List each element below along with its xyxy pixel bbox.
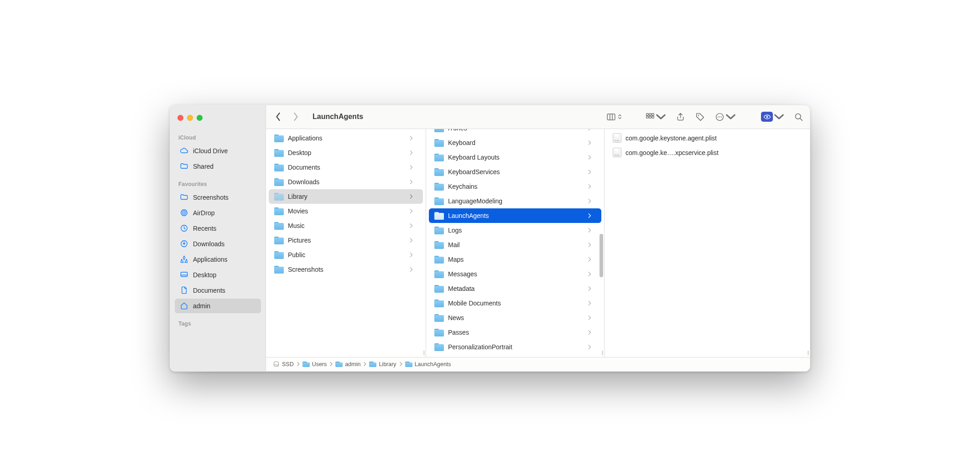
sidebar-item-applications[interactable]: Applications (175, 252, 261, 267)
file-row[interactable]: Public (269, 248, 423, 262)
sidebar-item-shared[interactable]: Shared (175, 159, 261, 174)
sidebar-item-label: Documents (193, 287, 225, 294)
file-row[interactable]: com.google.ke….xpcservice.plist (607, 145, 807, 160)
sidebar-item-recents[interactable]: Recents (175, 221, 261, 236)
chevron-right-icon (588, 213, 591, 218)
view-columns-button[interactable] (606, 112, 622, 122)
file-row[interactable]: com.google.keystone.agent.plist (607, 131, 807, 145)
sidebar-item-downloads[interactable]: Downloads (175, 237, 261, 251)
file-row[interactable]: PersonalizationPortrait (429, 340, 601, 354)
file-label: Logs (448, 227, 584, 234)
chevron-right-icon (588, 330, 591, 335)
file-row[interactable]: Keychains (429, 179, 601, 194)
column-1[interactable]: iTunesKeyboardKeyboard LayoutsKeyboardSe… (426, 129, 605, 357)
window-title: LaunchAgents (313, 113, 363, 121)
path-separator-icon (399, 361, 402, 367)
file-row[interactable]: Documents (269, 160, 423, 175)
column-resize-handle[interactable]: || (602, 350, 602, 355)
column-resize-handle[interactable]: || (808, 350, 808, 355)
file-row[interactable]: Metadata (429, 281, 601, 296)
cloud-icon (179, 146, 188, 155)
file-row[interactable]: Mobile Documents (429, 296, 601, 310)
file-row[interactable]: Keyboard (429, 135, 601, 150)
file-row[interactable]: iTunes (429, 129, 601, 135)
path-crumb-label: Users (312, 361, 327, 367)
chevron-right-icon (409, 223, 413, 228)
plist-icon (613, 148, 621, 157)
chevron-right-icon (588, 199, 591, 203)
path-crumb-library[interactable]: Library (369, 361, 396, 367)
file-row[interactable]: LaunchAgents (429, 208, 601, 223)
share-button[interactable] (676, 112, 685, 122)
file-row[interactable]: KeyboardServices (429, 165, 601, 179)
folder-icon (179, 193, 188, 202)
window-controls (170, 114, 266, 129)
preview-toggle-button[interactable] (761, 112, 784, 122)
file-label: PersonalizationPortrait (448, 343, 584, 351)
chevron-right-icon (409, 194, 413, 199)
folder-icon (405, 361, 412, 367)
file-label: Messages (448, 270, 584, 278)
chevron-right-icon (409, 150, 413, 155)
sidebar-item-airdrop[interactable]: AirDrop (175, 206, 261, 220)
chevron-right-icon (588, 286, 591, 291)
sidebar-item-label: iCloud Drive (193, 147, 228, 155)
back-button[interactable] (274, 112, 282, 121)
folder-icon (434, 241, 444, 249)
file-row[interactable]: Applications (269, 131, 423, 145)
path-separator-icon (329, 361, 333, 367)
sidebar-item-icloud-drive[interactable]: iCloud Drive (175, 144, 261, 158)
file-row[interactable]: Desktop (269, 145, 423, 160)
group-by-button[interactable] (645, 112, 666, 122)
file-row[interactable]: Downloads (269, 175, 423, 189)
file-row[interactable]: Mail (429, 238, 601, 252)
sidebar-item-desktop[interactable]: Desktop (175, 268, 261, 282)
sidebar-item-admin[interactable]: admin (175, 299, 261, 313)
folder-icon (274, 178, 284, 186)
chevron-right-icon (409, 209, 413, 213)
download-icon (179, 239, 188, 248)
column-resize-handle[interactable]: || (423, 350, 424, 355)
chevron-right-icon (409, 136, 413, 140)
folder-icon (274, 222, 284, 230)
zoom-button[interactable] (197, 115, 203, 121)
file-row[interactable]: Maps (429, 252, 601, 267)
search-button[interactable] (794, 112, 803, 122)
minimize-button[interactable] (187, 115, 193, 121)
file-label: LanguageModeling (448, 197, 584, 205)
tags-button[interactable] (695, 112, 705, 122)
action-menu-button[interactable] (715, 112, 735, 122)
path-crumb-launchagents[interactable]: LaunchAgents (405, 361, 451, 367)
file-row[interactable]: LanguageModeling (429, 194, 601, 208)
forward-button[interactable] (292, 112, 300, 121)
file-row[interactable]: Library (269, 189, 423, 204)
file-label: Desktop (288, 149, 405, 156)
column-2[interactable]: com.google.keystone.agent.plistcom.googl… (605, 129, 810, 357)
file-row[interactable]: Keyboard Layouts (429, 150, 601, 165)
file-row[interactable]: Logs (429, 223, 601, 238)
folder-icon (434, 328, 444, 336)
folder-icon (434, 129, 444, 132)
sidebar-item-label: Screenshots (193, 194, 229, 201)
file-row[interactable]: Music (269, 218, 423, 233)
folder-icon (434, 343, 444, 351)
sidebar-item-screenshots[interactable]: Screenshots (175, 190, 261, 205)
chevron-right-icon (588, 316, 591, 320)
chevron-right-icon (409, 253, 413, 257)
path-crumb-admin[interactable]: admin (335, 361, 360, 367)
file-row[interactable]: Movies (269, 204, 423, 218)
chevron-right-icon (588, 228, 591, 233)
column-0[interactable]: ApplicationsDesktopDocumentsDownloadsLib… (266, 129, 426, 357)
path-crumb-ssd[interactable]: SSD (272, 361, 294, 367)
file-row[interactable]: Passes (429, 325, 601, 340)
folder-icon (434, 314, 444, 322)
close-button[interactable] (177, 115, 183, 121)
file-row[interactable]: News (429, 310, 601, 325)
path-crumb-users[interactable]: Users (302, 361, 327, 367)
file-label: Pictures (288, 237, 405, 244)
folder-icon (434, 299, 444, 307)
file-row[interactable]: Pictures (269, 233, 423, 248)
file-row[interactable]: Messages (429, 267, 601, 281)
sidebar-item-documents[interactable]: Documents (175, 283, 261, 298)
file-row[interactable]: Screenshots (269, 262, 423, 277)
